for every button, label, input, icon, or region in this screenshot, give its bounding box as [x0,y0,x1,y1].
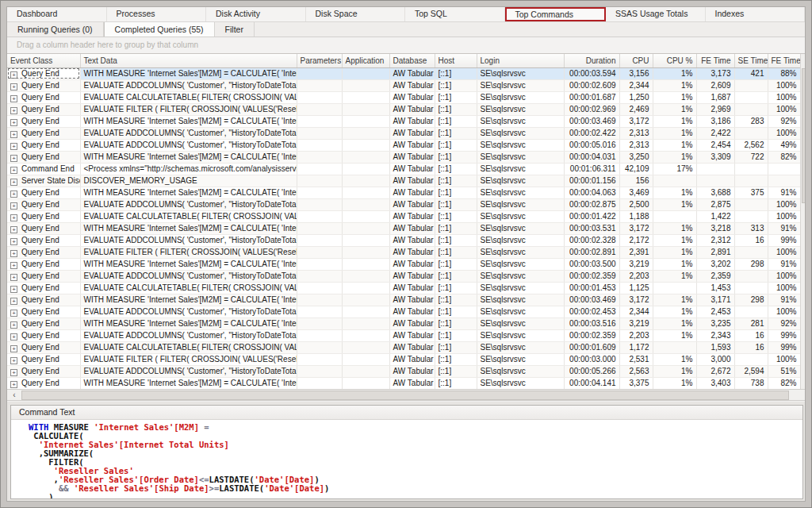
table-row[interactable]: +Server State Discov...DISCOVER_MEMORY_U… [7,175,800,187]
scroll-left-icon[interactable]: ‹ [9,391,20,400]
table-row[interactable]: +Query EndWITH MEASURE 'Internet Sales'[… [7,222,800,234]
table-row[interactable]: +Query EndEVALUATE CALCULATETABLE( FILTE… [7,282,800,294]
cell-login: SE\sqlsrvsvc [477,270,564,282]
cell-se_time: 722 [734,151,768,163]
expand-icon[interactable]: + [10,155,17,162]
table-row[interactable]: +Query EndEVALUATE ADDCOLUMNS( 'Customer… [7,139,800,151]
cell-parameters [297,103,342,115]
cell-host: [::1] [435,294,477,306]
table-row[interactable]: +Query EndEVALUATE FILTER ( FILTER( CROS… [7,353,800,365]
table-row[interactable]: +Query EndWITH MEASURE 'Internet Sales'[… [7,318,800,329]
column-header-cpu[interactable]: CPU % [653,54,696,67]
table-row[interactable]: +Query EndWITH MEASURE 'Internet Sales'[… [7,115,800,127]
expand-icon[interactable]: + [10,179,17,186]
expand-icon[interactable]: + [10,143,17,150]
cell-duration: 00:00:03.594 [564,67,619,79]
tab-filter[interactable]: Filter [215,22,255,37]
expand-icon[interactable]: + [10,95,17,102]
column-header-login[interactable]: Login [477,54,564,67]
expand-icon[interactable]: + [10,345,17,352]
horizontal-scrollbar[interactable]: ‹ [7,389,806,401]
table-row[interactable]: +Query EndWITH MEASURE 'Internet Sales'[… [7,187,800,198]
expand-icon[interactable]: + [10,190,17,198]
table-row[interactable]: +Query EndEVALUATE ADDCOLUMNS( 'Customer… [7,127,800,139]
tab-running-queries-0[interactable]: Running Queries (0) [7,22,104,37]
table-row[interactable]: +Query EndEVALUATE ADDCOLUMNS( 'Customer… [7,365,800,377]
expand-icon[interactable]: + [10,167,17,174]
column-header-duration[interactable]: Duration [564,54,619,67]
table-row[interactable]: +Query EndEVALUATE CALCULATETABLE( FILTE… [7,91,800,103]
table-row[interactable]: +Query EndEVALUATE CALCULATETABLE( FILTE… [7,210,800,222]
column-header-application[interactable]: Application [342,54,389,67]
tab-top-sql[interactable]: Top SQL [405,7,505,21]
tab-top-commands[interactable]: Top Commands [505,7,607,21]
tab-disk-activity[interactable]: Disk Activity [206,7,306,21]
tab-indexes[interactable]: Indexes [706,7,806,21]
expand-icon[interactable]: + [10,214,17,221]
expand-icon[interactable]: + [10,238,17,245]
expand-icon[interactable]: + [10,381,17,388]
expand-icon[interactable]: + [10,369,17,376]
table-row[interactable]: +Query EndEVALUATE ADDCOLUMNS( 'Customer… [7,198,800,210]
expand-icon[interactable]: + [10,226,17,233]
cell-fe_time: 2,875 [696,198,734,210]
table-row[interactable]: +Query EndEVALUATE ADDCOLUMNS( 'Customer… [7,306,800,318]
expand-icon[interactable]: + [10,250,17,257]
cell-database: AW Tabular ... [389,246,435,258]
cell-parameters [297,163,342,175]
expand-icon[interactable]: + [10,310,17,317]
column-header-text-data[interactable]: Text Data [80,54,297,67]
expand-icon[interactable]: + [10,286,17,293]
table-row[interactable]: +Query EndEVALUATE ADDCOLUMNS( 'Customer… [7,234,800,246]
expand-icon[interactable]: + [10,321,17,329]
event-class-label: Query End [21,355,59,364]
expand-icon[interactable]: + [10,262,17,269]
tab-disk-space[interactable]: Disk Space [306,7,406,21]
expand-icon[interactable]: + [10,357,17,364]
expand-icon[interactable]: + [10,107,17,114]
cell-database: AW Tabular ... [389,151,435,163]
expand-icon[interactable]: + [10,131,17,138]
table-row[interactable]: +Query EndEVALUATE ADDCOLUMNS( 'Customer… [7,79,800,91]
column-header-fe-time[interactable]: FE Time [696,54,734,67]
tab-processes[interactable]: Processes [107,7,207,21]
column-header-parameters[interactable]: Parameters [297,54,342,67]
table-row[interactable]: +Query EndWITH MEASURE 'Internet Sales'[… [7,151,800,163]
table-row[interactable]: +Query EndWITH MEASURE 'Internet Sales'[… [7,67,800,79]
cell-fe_time: 3,309 [696,151,734,163]
table-header-row: Event ClassText DataParametersApplicatio… [7,54,800,67]
column-header-se-time[interactable]: SE Time [734,54,768,67]
table-row[interactable]: +Query EndEVALUATE CALCULATETABLE( FILTE… [7,341,800,353]
table-row[interactable]: +Query EndEVALUATE ADDCOLUMNS( 'Customer… [7,270,800,282]
column-header-host[interactable]: Host [435,54,477,67]
group-by-bar[interactable]: Drag a column header here to group by th… [7,37,805,54]
expand-icon[interactable]: + [10,119,17,126]
column-header-fe-time[interactable]: FE Time % [768,54,800,67]
expand-icon[interactable]: + [10,71,17,79]
table-row[interactable]: +Query EndWITH MEASURE 'Internet Sales'[… [7,377,800,389]
horizontal-scrollbar-thumb[interactable] [21,391,789,400]
tab-dashboard[interactable]: Dashboard [7,7,107,21]
expand-icon[interactable]: + [10,298,17,305]
cell-login: SE\sqlsrvsvc [477,222,564,234]
vertical-scrollbar-thumb[interactable] [802,68,806,203]
column-header-event-class[interactable]: Event Class [7,54,80,67]
cell-se_time: 16 [734,234,768,246]
table-row[interactable]: +Query EndWITH MEASURE 'Internet Sales'[… [7,294,800,306]
tab-ssas-usage-totals[interactable]: SSAS Usage Totals [606,7,706,21]
cell-application [342,258,389,270]
expand-icon[interactable]: + [10,202,17,210]
column-header-database[interactable]: Database [389,54,435,67]
expand-icon[interactable]: + [10,333,17,341]
cell-parameters [297,318,342,329]
expand-icon[interactable]: + [10,83,17,90]
table-row[interactable]: +Command End<Process xmlns="http://schem… [7,163,800,175]
table-row[interactable]: +Query EndEVALUATE ADDCOLUMNS( 'Customer… [7,329,800,341]
table-row[interactable]: +Query EndEVALUATE FILTER ( FILTER( CROS… [7,246,800,258]
tab-completed-queries-55[interactable]: Completed Queries (55) [104,22,215,37]
column-header-cpu[interactable]: CPU [619,54,653,67]
table-row[interactable]: +Query EndWITH MEASURE 'Internet Sales'[… [7,258,800,270]
table-row[interactable]: +Query EndEVALUATE FILTER ( FILTER( CROS… [7,103,800,115]
vertical-scrollbar[interactable] [800,54,806,389]
expand-icon[interactable]: + [10,274,17,281]
